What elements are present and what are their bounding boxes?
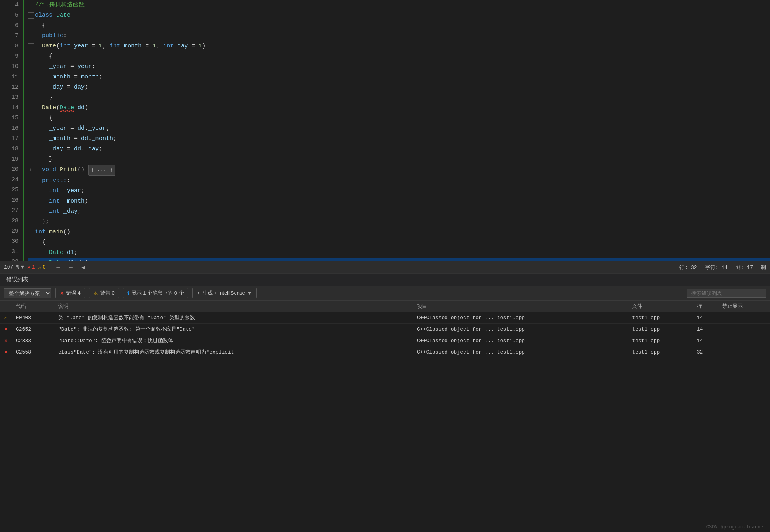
table-row: int _year; [28, 186, 770, 196]
line-number: 27 [8, 206, 19, 216]
error-project: C++Classed_object_for_... test1.cpp [413, 324, 628, 335]
table-row: Date d1; [28, 248, 770, 258]
error-suppress [718, 312, 770, 324]
zoom-control[interactable]: 107 % ▼ [4, 264, 24, 270]
error-x-icon: ✕ [4, 326, 8, 332]
warning-triangle-icon: ⚠ [4, 315, 8, 321]
code-token: int [49, 206, 60, 217]
table-row: − Date(int year = 1, int month = 1, int … [28, 41, 770, 51]
code-token: _day [85, 144, 99, 154]
forward-nav-button[interactable]: → [65, 263, 76, 272]
code-token: , [102, 41, 110, 51]
table-row: //1.拷贝构造函数 [28, 0, 770, 10]
error-table: 代码 说明 项目 文件 行 禁止显示 ⚠E0408类 "Date" 的复制构造函… [0, 301, 770, 358]
code-token: = [70, 72, 81, 82]
col-header-project: 项目 [413, 301, 628, 312]
back-nav-button[interactable]: ← [53, 263, 64, 272]
line-number: 24 [8, 175, 19, 185]
code-token: _day [49, 144, 63, 154]
code-token: Date [49, 248, 63, 258]
table-row: Date d2(d1); [28, 258, 770, 261]
line-number: 26 [8, 195, 19, 206]
code-token: Date [49, 258, 63, 261]
error-type-icon: ✕ [0, 346, 12, 358]
code-token: ( [56, 103, 60, 113]
code-content[interactable]: //1.拷贝构造函数−class Date { public:− Date(in… [24, 0, 770, 261]
code-token: int [49, 186, 60, 196]
code-token: (d1); [74, 258, 92, 261]
error-toolbar[interactable]: 整个解决方案 ✕ 错误 4 ⚠ 警告 0 ℹ 展示 1 个消息中的 0 个 ✦ … [0, 286, 770, 301]
code-token: Date [60, 103, 74, 113]
fold-collapse-icon[interactable]: − [28, 105, 34, 111]
code-token: class [35, 10, 53, 21]
code-token: month [124, 41, 142, 51]
code-token: }; [42, 217, 49, 227]
error-line: 14 [693, 324, 719, 335]
status-bar: 107 % ▼ ✕ 1 ⚠ 0 ← → ◄ 行: 32 字符: 14 列: 17… [0, 261, 770, 273]
code-token: void [42, 165, 56, 175]
line-number: 9 [8, 51, 19, 62]
code-token: { [49, 51, 53, 62]
code-token [60, 206, 63, 217]
nav-arrows[interactable]: ← → ◄ [53, 263, 89, 272]
error-description: 类 "Date" 的复制构造函数不能带有 "Date" 类型的参数 [54, 312, 413, 324]
error-description: "Date::Date": 函数声明中有错误；跳过函数体 [54, 335, 413, 346]
error-filter-button[interactable]: ✕ 错误 4 [55, 288, 85, 298]
code-token: public [42, 31, 63, 41]
code-token: Date [42, 41, 56, 51]
code-token: ; [81, 186, 85, 196]
code-token: } [49, 154, 53, 165]
code-token: = [88, 41, 99, 51]
table-row[interactable]: ⚠E0408类 "Date" 的复制构造函数不能带有 "Date" 类型的参数C… [0, 312, 770, 324]
line-number: 28 [8, 216, 19, 226]
build-filter-button[interactable]: ✦ 生成 + IntelliSense ▼ [192, 288, 257, 298]
code-token: ; [78, 206, 81, 217]
fold-expand-icon[interactable]: + [28, 167, 34, 173]
code-token: day [177, 41, 188, 51]
error-file: test1.cpp [628, 346, 693, 358]
zoom-dropdown-icon[interactable]: ▼ [21, 264, 24, 270]
error-file: test1.cpp [628, 312, 693, 324]
code-token [174, 41, 177, 51]
info-filter-button[interactable]: ℹ 展示 1 个消息中的 0 个 [123, 288, 188, 298]
col-header-line: 行 [693, 301, 719, 312]
table-row[interactable]: ✕C2558class"Date": 没有可用的复制构造函数或复制构造函数声明为… [0, 346, 770, 358]
fold-collapse-icon[interactable]: − [28, 43, 34, 49]
line-number: 17 [8, 134, 19, 144]
code-token [74, 103, 78, 113]
fold-collapse-icon[interactable]: − [28, 229, 34, 235]
line-number: 15 [8, 113, 19, 123]
line-number: 11 [8, 72, 19, 82]
status-right: 行: 32 字符: 14 列: 17 制 [679, 264, 766, 271]
code-token: ) [85, 103, 88, 113]
col-header-file: 文件 [628, 301, 693, 312]
code-token: _year [63, 186, 81, 196]
table-row: _year = year; [28, 62, 770, 72]
error-suppress [718, 324, 770, 335]
code-token: } [49, 93, 53, 103]
table-row: −class Date [28, 10, 770, 21]
line-number: 10 [8, 62, 19, 72]
table-row[interactable]: ✕C2333"Date::Date": 函数声明中有错误；跳过函数体C++Cla… [0, 335, 770, 346]
table-row: { [28, 237, 770, 248]
fold-collapse-icon[interactable]: − [28, 12, 34, 19]
table-row: _day = day; [28, 82, 770, 93]
code-token: int [110, 41, 120, 51]
code-editor[interactable]: 4567891011121314151617181920242526272829… [0, 0, 770, 261]
line-number: 6 [8, 21, 19, 31]
line-number: 14 [8, 103, 19, 113]
code-token: _year [49, 123, 67, 134]
code-token: . [85, 123, 88, 134]
error-search-input[interactable] [687, 289, 766, 298]
table-header-row: 代码 说明 项目 文件 行 禁止显示 [0, 301, 770, 312]
code-token: Date [56, 10, 70, 21]
code-token: _month [49, 134, 70, 144]
warning-filter-button[interactable]: ⚠ 警告 0 [89, 288, 119, 298]
scope-select[interactable]: 整个解决方案 [4, 288, 51, 298]
col-header-suppress: 禁止显示 [718, 301, 770, 312]
error-code: C2333 [12, 335, 54, 346]
error-count: 1 [32, 264, 35, 270]
code-token: _month [63, 196, 85, 206]
prev-button[interactable]: ◄ [78, 263, 89, 272]
table-row[interactable]: ✕C2652"Date": 非法的复制构造函数: 第一个参数不应是"Date"C… [0, 324, 770, 335]
